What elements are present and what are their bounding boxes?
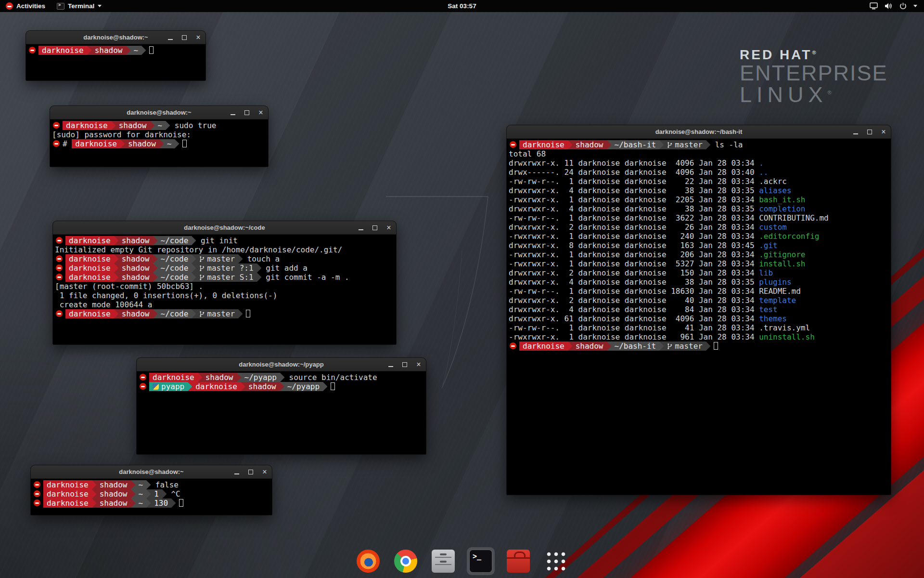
powerline-separator — [659, 140, 664, 149]
prompt-segment-host: shadow — [116, 121, 150, 130]
window-titlebar[interactable]: darknoise@shadow:~ × — [31, 465, 272, 479]
close-button[interactable]: × — [195, 34, 202, 41]
prompt-segment-host: shadow — [118, 263, 153, 273]
prompt-segment-user: darknoise — [63, 121, 111, 130]
window-titlebar[interactable]: darknoise@shadow:~/code × — [53, 221, 396, 235]
system-status-area[interactable] — [870, 0, 924, 12]
prompt-redhat-icon — [34, 481, 40, 488]
dock-item-app-grid[interactable] — [542, 547, 570, 575]
activities-button[interactable]: Activities — [0, 0, 51, 12]
close-button[interactable]: × — [261, 469, 268, 475]
app-menu-terminal[interactable]: Terminal — [51, 0, 107, 12]
minimize-button[interactable] — [387, 361, 394, 368]
window-titlebar[interactable]: darknoise@shadow:~/bash-it × — [507, 125, 891, 139]
dock-item-toolbox[interactable] — [504, 547, 532, 575]
clock[interactable]: Sat 03:57 — [448, 2, 476, 10]
prompt-redhat-icon — [56, 264, 63, 271]
minimize-button[interactable] — [233, 469, 240, 475]
dock-item-files[interactable] — [429, 547, 457, 575]
powerline-separator — [111, 121, 116, 130]
terminal-line: darknoiseshadow~/code git init — [55, 236, 394, 245]
powerline-separator — [192, 254, 196, 263]
powerline-separator — [153, 254, 157, 263]
dir-name: plugins — [759, 277, 791, 287]
terminal-line: darknoiseshadow~/codemaster ?:1 git add … — [55, 263, 394, 273]
terminal-text: drwxrwxr-x. 4 darknoise darknoise 84 Jan… — [509, 305, 759, 314]
window-titlebar[interactable]: darknoise@shadow:~/pyapp × — [137, 358, 426, 371]
window-titlebar[interactable]: darknoise@shadow:~ × — [26, 31, 205, 44]
powerline-separator — [659, 342, 664, 351]
close-button[interactable]: × — [880, 129, 887, 135]
dock-item-chrome[interactable] — [392, 547, 420, 575]
prompt-segment-host: shadow — [96, 480, 131, 489]
powerline-separator — [257, 273, 261, 282]
powerline-separator — [171, 499, 176, 508]
terminal-line: drwx------. 24 darknoise darknoise 4096 … — [509, 168, 889, 177]
prompt-segment-git: master — [664, 342, 706, 351]
terminal-line: darknoiseshadow~ — [28, 46, 204, 55]
prompt-redhat-icon — [34, 490, 40, 497]
maximize-button[interactable] — [247, 469, 254, 475]
dir-name: . — [759, 158, 764, 168]
minimize-button[interactable] — [167, 34, 174, 41]
terminal-text: drwxrwxr-x. 4 darknoise darknoise 38 Jan… — [509, 277, 759, 287]
prompt-segment-host: shadow — [572, 342, 607, 351]
terminal-text: drwxrwxr-x. 2 darknoise darknoise 150 Ja… — [509, 268, 759, 277]
powerline-separator — [131, 480, 135, 489]
window-titlebar[interactable]: darknoise@shadow:~ × — [50, 106, 268, 119]
maximize-button[interactable] — [372, 224, 378, 231]
powerline-separator — [607, 140, 611, 149]
prompt-segment-user: darknoise — [72, 139, 120, 148]
maximize-button[interactable] — [401, 361, 408, 368]
prompt-segment-user: darknoise — [65, 236, 114, 245]
powerline-separator — [92, 499, 96, 508]
prompt-segment-path: ~ — [135, 489, 147, 499]
terminal-text: drwxrwxr-x. 2 darknoise darknoise 26 Jan… — [509, 223, 759, 232]
powerline-separator — [280, 373, 284, 382]
close-button[interactable]: × — [415, 361, 422, 368]
executable-name: .gitignore — [759, 250, 805, 259]
prompt-segment-venv: pyapp — [149, 382, 188, 391]
prompt-segment-path: ~/code — [157, 254, 192, 263]
prompt-segment-host: shadow — [572, 140, 607, 149]
powerline-separator — [114, 254, 118, 263]
terminal-content[interactable]: darknoiseshadow~ — [26, 44, 205, 80]
terminal-line: darknoiseshadow~/codemaster — [55, 309, 394, 318]
maximize-button[interactable] — [866, 129, 873, 135]
powerline-separator — [153, 273, 157, 282]
terminal-content[interactable]: darknoiseshadow~ sudo true[sudo] passwor… — [50, 119, 268, 167]
powerline-separator — [153, 263, 157, 273]
prompt-segment-host: shadow — [202, 373, 237, 382]
terminal-line: create mode 100644 a — [55, 300, 394, 309]
dock-item-firefox[interactable] — [354, 547, 382, 575]
powerline-separator — [114, 236, 118, 245]
terminal-line: # darknoiseshadow~ — [52, 139, 266, 148]
terminal-content[interactable]: darknoiseshadow~/pyapp source bin/activa… — [137, 371, 426, 454]
window-title: darknoise@shadow:~/bash-it — [655, 128, 743, 135]
terminal-content[interactable]: darknoiseshadow~/bash-itmaster ls -latot… — [507, 139, 891, 495]
terminal-content[interactable]: darknoiseshadow~/code git initInitialize… — [53, 235, 396, 344]
minimize-button[interactable] — [358, 224, 364, 231]
close-button[interactable]: × — [385, 224, 392, 231]
minimize-button[interactable] — [230, 109, 236, 116]
terminal-text: README.md — [759, 287, 801, 296]
gnome-top-bar: Activities Terminal Sat 03:57 — [0, 0, 924, 12]
maximize-button[interactable] — [244, 109, 250, 116]
git-branch-icon — [199, 274, 205, 281]
terminal-text: -rwxrwxr-x. 1 darknoise darknoise 5327 J… — [509, 259, 759, 268]
terminal-content[interactable]: darknoiseshadow~ falsedarknoiseshadow~1 … — [31, 479, 272, 515]
close-button[interactable]: × — [257, 109, 264, 116]
dock-item-terminal[interactable] — [467, 547, 495, 575]
git-branch-icon — [199, 265, 205, 272]
powerline-separator — [238, 309, 243, 318]
powerline-separator — [237, 373, 241, 382]
powerline-separator — [323, 382, 327, 391]
prompt-segment-user: darknoise — [519, 140, 568, 149]
toolbox-icon — [507, 550, 530, 573]
minimize-button[interactable] — [852, 129, 859, 135]
maximize-button[interactable] — [181, 34, 188, 41]
terminal-line: drwxrwxr-x. 4 darknoise darknoise 84 Jan… — [509, 305, 889, 314]
prompt-segment-user: darknoise — [192, 382, 241, 391]
terminal-line: drwxrwxr-x. 2 darknoise darknoise 40 Jan… — [509, 296, 889, 305]
git-branch-icon — [667, 343, 672, 350]
